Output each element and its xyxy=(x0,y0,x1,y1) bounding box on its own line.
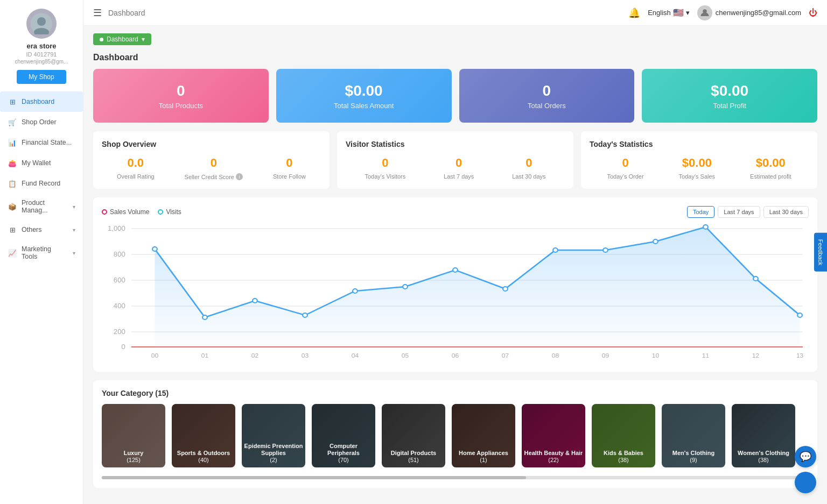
category-card-luxury[interactable]: Luxury (125) xyxy=(102,404,165,467)
category-scrollbar[interactable] xyxy=(102,476,809,479)
feedback-widget[interactable]: Feedback xyxy=(814,232,827,271)
svg-text:07: 07 xyxy=(502,352,509,358)
category-card-health[interactable]: Health Beauty & Hair (22) xyxy=(522,404,585,467)
svg-point-32 xyxy=(202,315,207,320)
sidebar-item-others[interactable]: ⊞ Others ▾ xyxy=(0,219,83,240)
svg-point-38 xyxy=(503,287,508,291)
svg-point-44 xyxy=(797,313,802,317)
category-card-home[interactable]: Home Appliances (1) xyxy=(452,404,515,467)
category-name-mens: Men's Clothing xyxy=(672,450,714,457)
chat-button-1[interactable]: 💬 xyxy=(795,446,816,467)
language-selector[interactable]: English 🇺🇸 ▾ xyxy=(648,8,690,18)
sidebar-item-dashboard[interactable]: ⊞ Dashboard xyxy=(0,91,83,112)
chart-legend: Sales Volume Visits xyxy=(102,208,181,216)
category-count-health: (22) xyxy=(548,457,559,463)
breadcrumb-label: Dashboard xyxy=(107,36,138,43)
stats-cards: 0 Total Products $0.00 Total Sales Amoun… xyxy=(93,69,817,123)
category-card-epidemic[interactable]: Epidemic Prevention Supplies (2) xyxy=(242,404,305,467)
category-name-sports: Sports & Outdoors xyxy=(177,450,230,457)
category-name-epidemic: Epidemic Prevention Supplies xyxy=(244,443,303,457)
hamburger-icon[interactable]: ☰ xyxy=(93,7,102,19)
total-profit-value: $0.00 xyxy=(711,82,748,100)
store-id: ID 4012791 xyxy=(26,51,57,58)
stat-card-profit: $0.00 Total Profit xyxy=(642,69,817,123)
category-name-computer: Computer Peripherals xyxy=(314,443,373,457)
category-count-sports: (40) xyxy=(198,457,209,463)
visits-legend-dot xyxy=(158,209,163,215)
bell-icon[interactable]: 🔔 xyxy=(628,7,640,19)
overview-row: Shop Overview 0.0 Overall Rating 0 Selle… xyxy=(93,131,817,189)
svg-point-36 xyxy=(403,285,408,289)
legend-sales: Sales Volume xyxy=(102,208,149,216)
svg-point-40 xyxy=(603,248,608,252)
chart-btn-today[interactable]: Today xyxy=(687,206,714,218)
svg-text:04: 04 xyxy=(352,352,359,358)
category-card-sports[interactable]: Sports & Outdoors (40) xyxy=(172,404,235,467)
category-card-mens[interactable]: Men's Clothing (9) xyxy=(662,404,725,467)
svg-text:08: 08 xyxy=(552,352,559,358)
logout-icon[interactable]: ⏻ xyxy=(809,8,817,18)
todays-order-label: Today's Order xyxy=(607,173,643,180)
svg-text:200: 200 xyxy=(114,329,125,336)
todays-order-stat: 0 Today's Order xyxy=(607,156,643,180)
total-sales-label: Total Sales Amount xyxy=(334,102,394,110)
legend-visits: Visits xyxy=(158,208,181,216)
category-card-computer[interactable]: Computer Peripherals (70) xyxy=(312,404,375,467)
visits-legend-label: Visits xyxy=(166,208,181,216)
svg-text:400: 400 xyxy=(114,303,125,310)
category-section: Your Category (15) Luxury (125) Sports &… xyxy=(93,380,817,488)
sidebar-item-marketing-tools[interactable]: 📈 Marketing Tools ▾ xyxy=(0,240,83,266)
chart-btn-last30[interactable]: Last 30 days xyxy=(763,206,809,218)
svg-point-42 xyxy=(703,225,708,229)
sidebar-item-product-manage[interactable]: 📦 Product Manag... ▾ xyxy=(0,194,83,219)
todays-stats-title: Today's Statistics xyxy=(590,140,809,148)
svg-point-1 xyxy=(37,17,46,26)
category-name-womens: Women's Clothing xyxy=(738,450,789,457)
chevron-down-icon: ▾ xyxy=(73,250,75,256)
sidebar-item-fund-record[interactable]: 📋 Fund Record xyxy=(0,173,83,194)
sidebar-item-shop-order[interactable]: 🛒 Shop Order xyxy=(0,112,83,132)
overall-rating-value: 0.0 xyxy=(128,156,144,170)
total-products-label: Total Products xyxy=(159,102,203,110)
flag-icon: 🇺🇸 xyxy=(673,8,684,18)
overall-rating-label: Overall Rating xyxy=(117,173,155,180)
category-card-digital[interactable]: Digital Products (51) xyxy=(382,404,445,467)
svg-point-31 xyxy=(152,247,157,251)
breadcrumb-dot xyxy=(100,38,103,41)
topbar-title: Dashboard xyxy=(108,9,622,17)
svg-text:1,000: 1,000 xyxy=(108,225,125,232)
seller-credit-value: 0 xyxy=(211,156,217,170)
svg-text:00: 00 xyxy=(151,352,158,358)
todays-order-value: 0 xyxy=(622,156,628,170)
user-menu[interactable]: chenwenjing85@gmail.com xyxy=(697,5,801,20)
sidebar-item-my-wallet[interactable]: 👛 My Wallet xyxy=(0,153,83,173)
avatar xyxy=(26,9,57,39)
stat-card-orders: 0 Total Orders xyxy=(459,69,635,123)
category-card-kids[interactable]: Kids & Babies (38) xyxy=(592,404,655,467)
svg-point-41 xyxy=(653,239,658,244)
seller-credit-stat: 0 Seller Credit Score i xyxy=(185,156,243,180)
shop-overview-stats: 0.0 Overall Rating 0 Seller Credit Score… xyxy=(102,156,321,180)
category-count-epidemic: (2) xyxy=(270,457,277,463)
stat-card-products: 0 Total Products xyxy=(93,69,269,123)
todays-visitors-label: Today's Visitors xyxy=(365,173,405,180)
category-card-womens[interactable]: Women's Clothing (38) xyxy=(732,404,795,467)
chart-btn-last7[interactable]: Last 7 days xyxy=(718,206,760,218)
last30-label: Last 30 days xyxy=(512,173,545,180)
stat-card-sales: $0.00 Total Sales Amount xyxy=(276,69,452,123)
category-name-kids: Kids & Babies xyxy=(604,450,643,457)
svg-text:800: 800 xyxy=(114,251,125,258)
category-count-digital: (51) xyxy=(408,457,419,463)
sidebar-item-financial-state[interactable]: 📊 Financial State... xyxy=(0,132,83,153)
svg-text:0: 0 xyxy=(121,344,125,351)
category-scroll[interactable]: Luxury (125) Sports & Outdoors (40) Epid… xyxy=(102,404,809,472)
category-count-computer: (70) xyxy=(338,457,349,463)
svg-point-39 xyxy=(553,248,558,252)
category-count-mens: (9) xyxy=(690,457,697,463)
last30-stat: 0 Last 30 days xyxy=(512,156,545,180)
chat-button-2[interactable]: 👤 xyxy=(795,472,816,493)
chat-buttons: 💬 👤 xyxy=(795,446,816,493)
my-shop-button[interactable]: My Shop xyxy=(17,70,66,84)
visitor-stats-title: Visitor Statistics xyxy=(346,140,565,148)
total-orders-label: Total Orders xyxy=(528,102,566,110)
